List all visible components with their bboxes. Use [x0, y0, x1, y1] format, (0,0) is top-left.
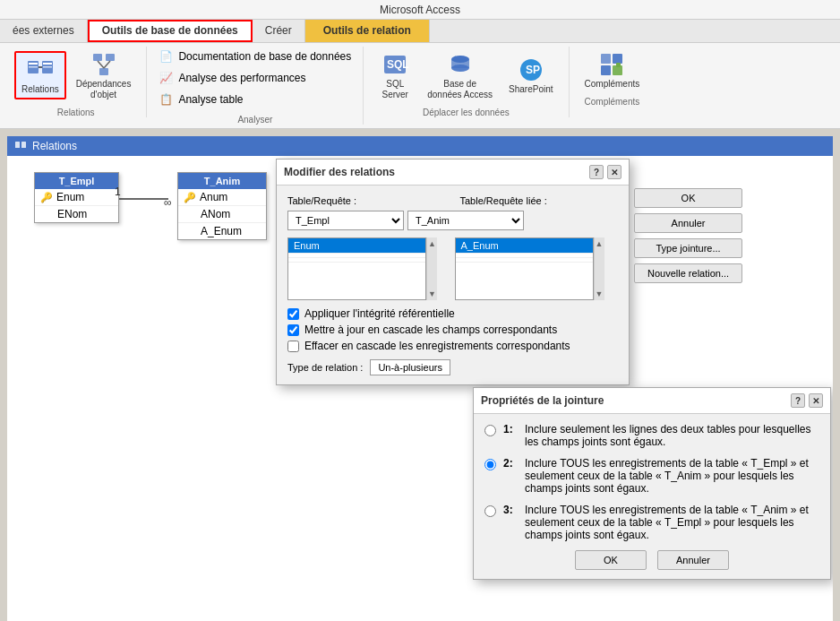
type-jointure-button[interactable]: Type jointure... [634, 238, 742, 258]
svg-rect-8 [106, 54, 115, 61]
relations-button[interactable]: Relations [14, 51, 66, 99]
svg-rect-20 [613, 54, 622, 64]
jointure-help-btn[interactable]: ? [791, 393, 805, 408]
complements-group-label: Compléments [585, 97, 640, 107]
jointure-ok-button[interactable]: OK [575, 550, 647, 570]
checkbox2[interactable] [287, 324, 299, 336]
dependances-label: Dépendancesd'objet [76, 79, 132, 100]
ribbon-tabs: ées externes Outils de base de données C… [0, 20, 840, 43]
svg-rect-4 [29, 66, 38, 68]
group-complements: Compléments Compléments [570, 47, 656, 107]
relation-type-row: Type de relation : Un-à-plusieurs [287, 359, 618, 375]
relations-items: Relations Dépendancesd'objet [14, 47, 137, 104]
sql-icon: SQL [381, 50, 409, 79]
field-list-left-container: Enum ▲ ▼ [287, 237, 451, 300]
t-empl-header: T_Empl [35, 173, 118, 189]
scroll-up-right[interactable]: ▲ [596, 239, 604, 248]
relations-header: Relations [7, 136, 833, 156]
radio3-num: 3: [503, 504, 518, 516]
svg-rect-2 [29, 63, 38, 65]
base-button[interactable]: Base dedonnées Access [421, 47, 499, 104]
t-anim-anom-label: ANom [201, 208, 230, 220]
field-left-enum[interactable]: Enum [288, 238, 425, 254]
radio-option-1: 1: Inclure seulement les lignes des deux… [484, 423, 819, 448]
jointure-controls: ? ✕ [791, 393, 823, 408]
t-anim-aenum-label: A_Enum [201, 225, 242, 237]
doc-icon: 📄 [159, 49, 173, 64]
tab-donnees-externes[interactable]: ées externes [0, 20, 88, 42]
modifier-relations-buttons: OK Annuler Type jointure... Nouvelle rel… [634, 181, 742, 290]
doc-button[interactable]: 📄 Documentation de base de données [154, 47, 356, 66]
t-anim-field-aenum: A_Enum [178, 223, 266, 239]
jointure-close-btn[interactable]: ✕ [809, 393, 823, 408]
radio1[interactable] [484, 425, 496, 436]
tab-outils-relation-label: Outils de relation [323, 24, 411, 37]
tab-outils-bdd[interactable]: Outils de base de données [88, 20, 253, 42]
jointure-title: Propriétés de la jointure [481, 394, 604, 407]
checkbox3[interactable] [287, 341, 299, 352]
relations-btn-label: Relations [21, 84, 59, 95]
table-liee-label: Table/Requête liée : [460, 195, 547, 206]
tab-creer-label: Créer [265, 24, 292, 37]
ok-button[interactable]: OK [634, 188, 742, 208]
tab-creer[interactable]: Créer [253, 20, 305, 42]
sharepoint-button[interactable]: SP SharePoint [502, 52, 559, 99]
checkbox2-label: Mettre à jour en cascade les champs corr… [304, 323, 557, 336]
jointure-btn-row: OK Annuler [484, 550, 819, 570]
complements-items: Compléments [579, 47, 647, 93]
field-right-aenum[interactable]: A_Enum [456, 238, 593, 254]
deplacer-items: SQL SQLServer Base dedonnées Access [373, 47, 559, 104]
table-icon: 📋 [159, 92, 173, 107]
t-anim-field-anum: 🔑 Anum [178, 189, 266, 206]
field-left-empty2 [288, 258, 425, 263]
svg-line-11 [104, 61, 110, 68]
checkbox3-label: Effacer en cascade les enregistrements c… [304, 340, 570, 352]
sql-button[interactable]: SQL SQLServer [373, 47, 417, 104]
complements-button[interactable]: Compléments [579, 47, 647, 93]
radio2[interactable] [484, 459, 496, 470]
field-list-right[interactable]: A_Enum [455, 237, 594, 300]
radio-option-2: 2: Inclure TOUS les enregistrements de l… [484, 457, 819, 495]
svg-rect-19 [601, 54, 611, 64]
jointure-titlebar: Propriétés de la jointure ? ✕ [474, 388, 830, 414]
checkbox1[interactable] [287, 308, 299, 320]
btn-col: OK Annuler Type jointure... Nouvelle rel… [634, 181, 742, 290]
table-select-right[interactable]: T_Anim [407, 211, 524, 230]
annuler-button[interactable]: Annuler [634, 213, 742, 233]
nouvelle-relation-button[interactable]: Nouvelle relation... [634, 263, 742, 283]
table-header-right: Table/Requête liée : [460, 194, 619, 207]
field-list-right-container: A_Enum ▲ ▼ [455, 237, 619, 300]
relation-type-value: Un-à-plusieurs [370, 359, 450, 375]
dependances-button[interactable]: Dépendancesd'objet [70, 47, 138, 104]
field-list-left[interactable]: Enum [287, 237, 426, 300]
analyser-group-label: Analyser [154, 115, 356, 125]
field-pairs-container: Enum ▲ ▼ A_Enum [287, 237, 618, 300]
dependances-icon [90, 50, 118, 79]
radio3[interactable] [484, 505, 496, 517]
tab-donnees-label: ées externes [13, 24, 74, 37]
scroll-up-left[interactable]: ▲ [428, 239, 436, 248]
scroll-down-right[interactable]: ▼ [596, 289, 604, 298]
tab-outils-relation[interactable]: Outils de relation [305, 20, 430, 42]
svg-rect-7 [93, 54, 102, 61]
svg-text:SP: SP [526, 64, 540, 76]
relations-icon [26, 56, 55, 84]
table-select-left[interactable]: T_Empl [287, 211, 404, 230]
svg-rect-25 [21, 142, 26, 148]
title-bar: Microsoft Access [0, 0, 840, 20]
perf-button[interactable]: 📈 Analyse des performances [154, 68, 356, 88]
scroll-right[interactable]: ▲ ▼ [594, 237, 604, 300]
close-btn[interactable]: ✕ [607, 165, 621, 179]
help-btn[interactable]: ? [589, 165, 604, 179]
scroll-down-left[interactable]: ▼ [428, 289, 436, 298]
modifier-relations-body: Table/Requête : Table/Requête liée : T_E… [277, 185, 629, 384]
jointure-annuler-button[interactable]: Annuler [657, 550, 729, 570]
table-headers-row: Table/Requête : Table/Requête liée : [287, 194, 618, 207]
table-t-anim: T_Anim 🔑 Anum ANom A_Enum [177, 172, 267, 240]
scroll-left[interactable]: ▲ ▼ [426, 237, 437, 300]
radio1-text: Inclure seulement les lignes des deux ta… [525, 423, 819, 448]
group-analyser: 📄 Documentation de base de données 📈 Ana… [147, 47, 364, 125]
checkbox1-row: Appliquer l'intégrité référentielle [287, 307, 618, 320]
table-button[interactable]: 📋 Analyse table [154, 90, 356, 109]
radio2-num: 2: [503, 457, 518, 470]
